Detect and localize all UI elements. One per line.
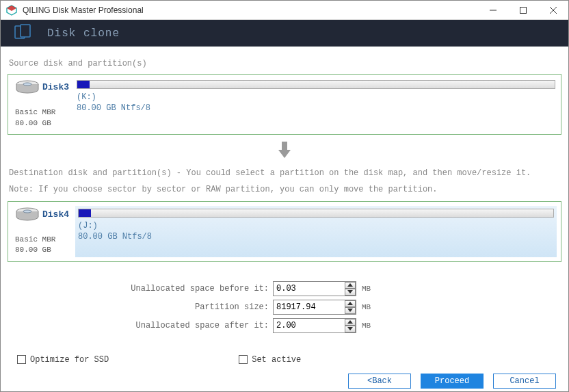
unit-label: MB [362,322,371,330]
source-disk-panel[interactable]: Disk3 Basic MBR 80.00 GB (K:) 80.00 GB N… [8,74,561,135]
maximize-button[interactable] [508,1,538,20]
svg-rect-7 [21,25,30,37]
window-title: QILING Disk Master Professional [23,5,478,15]
source-used-segment [77,81,90,88]
disk-clone-icon [14,24,32,43]
main-content: Source disk and partition(s) Disk3 Basic… [1,47,568,371]
page-title: Disk clone [47,27,120,40]
size-label: Partition size: [8,302,273,312]
before-label: Unallocated space before it: [8,284,273,293]
dest-partition-bar[interactable] [78,209,554,218]
dest-disk-panel[interactable]: Disk4 Basic MBR 80.00 GB (J:) 80.00 GB N… [8,201,561,262]
set-active-checkbox[interactable]: Set active [239,355,301,365]
proceed-button[interactable]: Proceed [421,374,484,389]
svg-marker-11 [278,150,291,158]
dest-note: Note: If you choose sector by sector or … [9,183,561,196]
page-header: Disk clone [1,20,568,47]
spin-up-button[interactable] [345,282,356,289]
source-section-label: Source disk and partition(s) [9,59,561,68]
checkbox-icon [17,355,26,364]
source-partition-bar[interactable] [77,80,555,89]
optimize-ssd-checkbox[interactable]: Optimize for SSD [17,355,109,365]
back-button[interactable]: <Back [348,374,411,389]
dest-disk-type: Basic MBR [15,235,72,245]
cancel-button[interactable]: Cancel [493,374,556,389]
svg-marker-15 [347,290,353,293]
checkbox-icon [239,355,248,364]
dest-partition-desc: 80.00 GB Ntfs/8 [78,232,554,241]
source-disk-size: 80.00 GB [15,118,72,129]
svg-marker-19 [347,327,353,330]
dest-partition-map[interactable]: (J:) 80.00 GB Ntfs/8 [75,206,557,257]
minimize-button[interactable] [478,1,508,20]
svg-point-9 [23,83,31,86]
spin-down-button[interactable] [345,289,356,296]
unit-label: MB [362,285,371,293]
dest-disk-size: 80.00 GB [15,245,72,255]
unit-label: MB [362,303,371,311]
after-label: Unallocated space after it: [8,321,273,330]
source-partition-drive: (K:) [77,92,555,103]
close-button[interactable] [538,1,568,20]
svg-marker-1 [7,5,16,11]
window-controls [478,1,568,20]
options-row: Optimize for SSD Set active [8,355,561,365]
spin-up-button[interactable] [345,319,356,326]
arrow-down-icon [8,140,561,162]
dest-partition-drive: (J:) [78,220,554,232]
spin-up-button[interactable] [345,300,356,307]
space-after-input[interactable] [273,318,356,333]
spin-down-button[interactable] [345,307,356,314]
spin-down-button[interactable] [345,326,356,332]
app-icon [6,5,17,16]
source-disk-type: Basic MBR [15,107,72,118]
set-active-label: Set active [252,355,301,365]
dest-used-segment [79,209,91,217]
svg-marker-16 [347,302,353,305]
source-disk-info: Disk3 Basic MBR 80.00 GB [12,79,75,130]
optimize-ssd-label: Optimize for SSD [30,355,109,365]
svg-point-13 [23,210,31,213]
dest-disk-info: Disk4 Basic MBR 80.00 GB [12,206,75,257]
svg-rect-3 [520,7,527,13]
footer: <Back Proceed Cancel [1,371,568,391]
resize-fields: Unallocated space before it: MB Partitio… [8,281,561,333]
titlebar: QILING Disk Master Professional [1,1,568,20]
svg-marker-17 [347,309,353,312]
space-before-input[interactable] [273,281,356,296]
svg-rect-10 [282,142,287,150]
svg-marker-18 [347,320,353,324]
source-partition-map[interactable]: (K:) 80.00 GB Ntfs/8 [75,79,557,130]
svg-marker-14 [347,283,353,287]
partition-size-input[interactable] [273,300,356,315]
dest-section-label: Destination disk and partition(s) - You … [9,166,561,180]
source-partition-desc: 80.00 GB Ntfs/8 [77,103,555,113]
